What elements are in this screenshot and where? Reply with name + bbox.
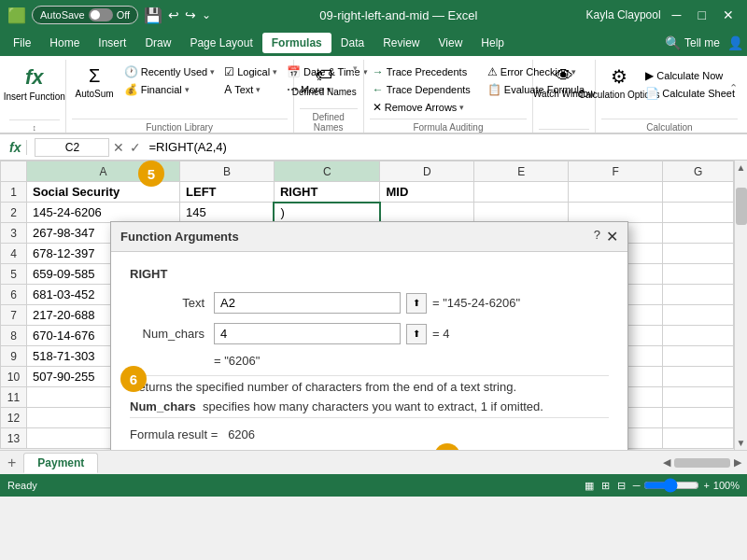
close-button[interactable]: ✕	[717, 6, 740, 24]
add-sheet-button[interactable]: +	[0, 452, 23, 474]
tell-me[interactable]: Tell me	[684, 36, 720, 49]
formula-auditing-label: Formula Auditing	[370, 119, 527, 133]
menu-view[interactable]: View	[430, 33, 472, 53]
autosave-toggle[interactable]	[89, 8, 113, 21]
text-button[interactable]: A Text ▾	[221, 81, 280, 98]
recently-used-label: Recently Used	[141, 66, 208, 77]
trace-precedents-button[interactable]: → Trace Precedents	[370, 63, 473, 80]
calculation-group-label: Calculation	[601, 119, 738, 133]
dialog-numchars-row: Num_chars ⬆ = 4	[130, 323, 609, 344]
menu-help[interactable]: Help	[472, 33, 514, 53]
defined-names-icon: 🏷	[316, 65, 332, 85]
save-icon[interactable]: 💾	[144, 7, 162, 24]
defined-names-button[interactable]: 🏷 Defined Names	[300, 63, 349, 100]
zoom-control[interactable]: ─ + 100%	[633, 478, 740, 493]
dialog-text-row: Text ⬆ = "145-24-6206"	[130, 292, 609, 314]
autosave-off-label: Off	[117, 9, 130, 21]
h-scroll-right[interactable]: ▶	[734, 456, 741, 469]
zoom-out-icon[interactable]: ─	[633, 480, 641, 491]
view-normal-icon[interactable]: ▦	[585, 480, 594, 492]
title-bar: 🟩 AutoSave Off 💾 ↩ ↪ ⌄ 09-right-left-and…	[0, 0, 747, 30]
calculation-options-button[interactable]: ⚙ Calculation Options	[601, 63, 637, 103]
num-chars-result: = 4	[432, 327, 449, 341]
recently-used-arrow: ▾	[210, 67, 215, 77]
minimize-button[interactable]: ─	[667, 6, 687, 24]
search-icon[interactable]: 🔍	[665, 35, 681, 50]
financial-icon: 💰	[124, 83, 138, 96]
evaluate-icon: 📋	[487, 83, 501, 96]
menu-page-layout[interactable]: Page Layout	[180, 33, 261, 53]
calc-now-button[interactable]: ▶ Calculate Now	[642, 67, 738, 84]
text-label: Text	[130, 296, 204, 310]
excel-icon: 🟩	[7, 7, 26, 24]
num-chars-collapse-button[interactable]: ⬆	[406, 324, 427, 344]
equals-result: = "6206"	[214, 354, 260, 368]
insert-function-label: Insert Function	[4, 91, 65, 103]
autosum-icon: Σ	[89, 65, 100, 87]
logical-button[interactable]: ☑ Logical ▾	[221, 63, 280, 80]
zoom-level: 100%	[713, 480, 740, 491]
menu-home[interactable]: Home	[40, 33, 89, 53]
status-ready: Ready	[7, 480, 37, 491]
bottom-bar: + Payment ◀ ▶ Ready ▦ ⊞ ⊟ ─ + 100%	[0, 450, 747, 497]
view-layout-icon[interactable]: ⊞	[601, 480, 610, 492]
status-bar: Ready ▦ ⊞ ⊟ ─ + 100%	[0, 474, 747, 497]
dialog-desc-param: Num_chars specifies how many characters …	[130, 399, 609, 413]
spreadsheet-area: A B C D E F G 1Social SecurityLEFTRIGHTM…	[0, 161, 747, 450]
share-icon[interactable]: 👤	[727, 35, 743, 50]
menu-draw[interactable]: Draw	[135, 33, 180, 53]
autosave-badge[interactable]: AutoSave Off	[32, 6, 138, 24]
financial-label: Financial	[141, 84, 182, 95]
financial-button[interactable]: 💰 Financial ▾	[121, 81, 218, 98]
ribbon-group-function-library: Σ AutoSum 🕐 Recently Used ▾ 💰 Financial …	[66, 60, 294, 133]
formula-input[interactable]	[145, 138, 743, 156]
text-arrow: ▾	[256, 85, 261, 94]
h-scroll-thumb[interactable]	[674, 458, 730, 468]
ribbon-collapse-button[interactable]: ⌃	[729, 82, 738, 94]
autosum-button[interactable]: Σ AutoSum	[72, 63, 118, 102]
view-page-break-icon[interactable]: ⊟	[617, 480, 626, 492]
status-right: ▦ ⊞ ⊟ ─ + 100%	[585, 478, 740, 493]
insert-function-button[interactable]: fx Insert Function	[9, 63, 60, 105]
financial-arrow: ▾	[185, 85, 190, 94]
remove-arrows-icon: ✕	[373, 101, 382, 114]
zoom-in-icon[interactable]: +	[703, 480, 709, 491]
text-input[interactable]	[214, 292, 401, 314]
menu-review[interactable]: Review	[374, 33, 429, 53]
zoom-slider[interactable]	[643, 478, 699, 493]
sheet-tab-payment[interactable]: Payment	[23, 453, 98, 473]
defined-names-group-label: Defined Names	[300, 108, 358, 133]
watch-icon: 👁	[555, 65, 573, 87]
window-title: 09-right-left-and-mid — Excel	[319, 8, 477, 22]
redo-icon[interactable]: ↪	[185, 7, 196, 22]
h-scroll-left[interactable]: ◀	[663, 456, 670, 469]
customize-icon[interactable]: ⌄	[202, 8, 211, 21]
recently-used-button[interactable]: 🕐 Recently Used ▾	[121, 63, 218, 80]
function-library-group-label: Function Library	[72, 119, 288, 133]
ribbon-group-defined-names: 🏷 Defined Names ▾ Defined Names	[294, 60, 364, 133]
remove-arrows-button[interactable]: ✕ Remove Arrows ▾	[370, 99, 473, 116]
dialog-formula-result: Formula result = 6206	[130, 427, 609, 441]
formula-result-value: 6206	[228, 427, 255, 441]
text-collapse-button[interactable]: ⬆	[406, 293, 427, 314]
ribbon-group-calculation: ⚙ Calculation Options ▶ Calculate Now 📄 …	[596, 60, 743, 133]
calc-sheet-button[interactable]: 📄 Calculate Sheet	[642, 85, 738, 102]
menu-data[interactable]: Data	[331, 33, 374, 53]
menu-formulas[interactable]: Formulas	[262, 33, 331, 53]
step-6-badge: 6	[120, 366, 147, 392]
menu-file[interactable]: File	[4, 33, 40, 53]
menu-insert[interactable]: Insert	[89, 33, 135, 53]
num-chars-input[interactable]	[214, 323, 401, 344]
dialog-close-button[interactable]: ✕	[606, 228, 618, 245]
text-input-wrap: ⬆ = "145-24-6206"	[214, 292, 609, 314]
check-icon[interactable]: ✓	[130, 140, 141, 155]
undo-icon[interactable]: ↩	[168, 7, 179, 22]
watch-group-label	[539, 129, 589, 133]
restore-button[interactable]: □	[693, 6, 712, 24]
trace-dependents-button[interactable]: ← Trace Dependents	[370, 81, 473, 98]
name-box[interactable]	[35, 138, 109, 157]
dialog-help-icon[interactable]: ?	[594, 228, 600, 245]
cross-icon[interactable]: ✕	[113, 140, 124, 155]
trace-dependents-icon: ←	[373, 83, 384, 96]
remove-arrows-arrow: ▾	[459, 103, 464, 112]
